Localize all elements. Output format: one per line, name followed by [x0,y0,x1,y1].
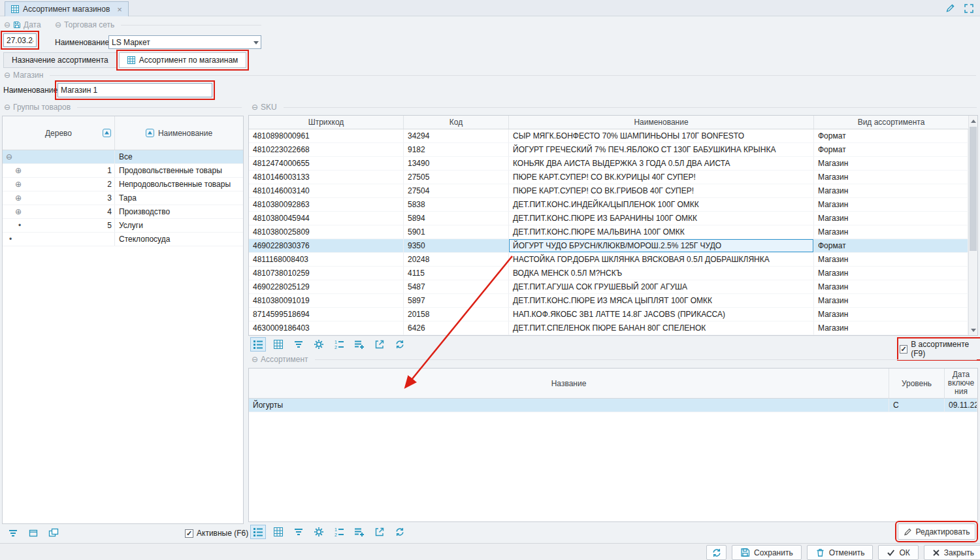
date-input[interactable] [3,33,37,47]
assortment-row[interactable]: ЙогуртыС09.11.22 [249,399,977,412]
collapse-icon[interactable] [4,71,10,80]
scroll-up-icon[interactable] [969,116,977,125]
details-view-icon[interactable] [250,525,266,539]
sku-row[interactable]: 481089800096134294СЫР МЯГК.БОНФЕСТО 70% … [249,129,968,143]
ordered-list-icon[interactable]: 12 [331,337,347,352]
cancel-button[interactable]: Отменить [807,545,874,560]
column-header[interactable]: Наименование [509,116,814,129]
tree-row[interactable]: Стеклопосуда [3,233,243,246]
column-header[interactable]: Уровень [889,369,945,398]
document-tab[interactable]: Ассортимент магазинов × [5,1,129,16]
tree-plus-icon[interactable] [14,194,22,202]
sku-cell: ПЮРЕ КАРТ.СУПЕР! СО ВК.ГРИБОВ 40Г СУПЕР! [509,184,814,198]
layouts-icon[interactable] [46,526,61,540]
sku-row[interactable]: 46902280303769350ЙОГУРТ ЧУДО БРУСН/КЛЮКВ… [249,239,968,253]
column-header[interactable]: Штрихкод [249,116,404,129]
column-header-tree[interactable]: Дерево [3,116,115,150]
open-in-window-icon[interactable] [372,525,387,539]
tab-close-icon[interactable]: × [117,5,122,14]
sku-cell: 4812474000655 [249,157,404,171]
clear-layout-icon[interactable] [25,526,41,540]
sku-cell: 4115 [404,267,509,280]
scroll-down-icon[interactable] [969,325,977,335]
collapse-icon[interactable] [4,20,10,29]
sort-ascending-icon[interactable] [103,129,111,137]
save-button[interactable]: Сохранить [732,545,802,560]
tree-collapse-icon[interactable] [5,153,13,161]
sku-row[interactable]: 871459951869420158НАП.КОФ.ЯКОБС 3В1 ЛАТТ… [249,308,968,321]
assortment-table-body: ЙогуртыС09.11.22 [249,399,977,521]
tree-row[interactable]: 1Продовольственные товары [3,164,243,178]
edit-icon[interactable] [945,3,955,13]
collapse-icon[interactable] [4,103,10,112]
refresh-data-icon[interactable] [392,337,408,352]
group-number: 2 [107,178,114,191]
ordered-list-icon[interactable]: 12 [331,525,347,539]
settings-icon[interactable] [311,337,327,352]
tree-root-dot-icon [7,235,14,243]
sku-row[interactable]: 481247400065513490КОНЬЯК ДВА АИСТА ВЫДЕР… [249,157,968,171]
tree-row[interactable]: 4Производство [3,205,243,219]
edit-button-label: Редактировать [916,527,970,536]
sku-row[interactable]: 48103800910195897ДЕТ.ПИТ.КОНС.ПЮРЕ ИЗ МЯ… [249,294,968,308]
tab-assortment-by-stores[interactable]: Ассортимент по магазинам [119,52,247,68]
chevron-down-icon[interactable] [251,36,261,48]
column-header[interactable]: Код [404,116,509,129]
refresh-button[interactable] [706,545,727,560]
add-to-list-icon[interactable] [351,337,367,352]
filter-icon[interactable] [291,525,306,539]
tree-row[interactable]: 3Тара [3,191,243,205]
tree-plus-icon[interactable] [14,180,22,188]
sku-row[interactable]: 48103800928635838ДЕТ.ПИТ.КОНС.ИНДЕЙКА/ЦЫ… [249,198,968,212]
store-name-input[interactable] [57,83,212,97]
network-name-combo[interactable] [108,35,261,49]
tab-assortment-assignment[interactable]: Назначение ассортимента [3,52,117,68]
tree-plus-icon[interactable] [14,167,22,174]
tree-plus-icon[interactable] [14,208,22,216]
column-header-name[interactable]: Наименование [115,116,243,150]
sku-row[interactable]: 481014600313327505ПЮРЕ КАРТ.СУПЕР! СО ВК… [249,171,968,184]
details-view-icon[interactable] [250,337,266,352]
sku-cell: 27505 [404,171,509,184]
collapse-icon[interactable] [252,103,258,112]
active-checkbox[interactable]: Активные (F6) [185,529,248,538]
sku-row[interactable]: 48102230226689182ЙОГУРТ ГРЕЧЕСКИЙ 7% ПЕЧ… [249,143,968,157]
sku-row[interactable]: 48103800459445894ДЕТ.ПИТ.КОНС.ПЮРЕ ИЗ БА… [249,212,968,225]
filter-icon[interactable] [5,526,21,540]
open-in-window-icon[interactable] [372,337,387,352]
sort-ascending-icon[interactable] [146,129,154,137]
sku-row[interactable]: 481116800840320248НАСТОЙКА ГОР.ДОБРА ШКЛ… [249,253,968,267]
refresh-data-icon[interactable] [392,525,408,539]
edit-button[interactable]: Редактировать [898,523,975,540]
add-to-list-icon[interactable] [351,525,367,539]
collapse-icon[interactable] [55,20,61,29]
close-button[interactable]: Закрыть [924,545,980,560]
sku-row[interactable]: 46300091864036426ДЕТ.ПИТ.СПЕЛЕНОК ПЮРЕ Б… [249,321,968,335]
ok-button[interactable]: ОК [878,545,918,560]
settings-icon[interactable] [311,525,327,539]
assortment-table-header: НазваниеУровеньДата включения [249,369,977,399]
groups-table: Дерево Наименование Все1Продовольственны… [2,116,244,524]
column-header[interactable]: Дата включения [945,369,977,398]
collapse-icon[interactable] [252,355,258,364]
sku-cell: 4690228025129 [249,280,404,294]
sku-row[interactable]: 46902280251295487ДЕТ.ПИТ.АГУША СОК ГРУШЕ… [249,280,968,294]
column-header[interactable]: Вид ассортимента [814,116,968,129]
sku-row[interactable]: 48103800258095901ДЕТ.ПИТ.КОНС.ПЮРЕ МАЛЬВ… [249,225,968,239]
grid-view-icon[interactable] [270,337,286,352]
tree-row[interactable]: 5Услуги [3,219,243,233]
tree-row[interactable]: 2Непродовольственные товары [3,178,243,191]
tree-row[interactable]: Все [3,150,243,164]
filter-icon[interactable] [291,337,306,352]
sku-scrollbar[interactable] [968,116,977,335]
network-name-input[interactable] [109,36,251,48]
maximize-icon[interactable] [964,3,973,13]
sku-cell: ДЕТ.ПИТ.КОНС.ПЮРЕ ИЗ МЯСА ЦЫПЛЯТ 100Г ОМ… [509,294,814,308]
sku-cell: ДЕТ.ПИТ.КОНС.ИНДЕЙКА/ЦЫПЛЕНОК 100Г ОМКК [509,198,814,212]
scrollbar-thumb[interactable] [970,127,977,251]
groups-title: Группы товаров [13,103,71,112]
grid-view-icon[interactable] [270,525,286,539]
column-header[interactable]: Название [249,369,889,398]
sku-row[interactable]: 481014600314027504ПЮРЕ КАРТ.СУПЕР! СО ВК… [249,184,968,198]
sku-row[interactable]: 48107380102594115ВОДКА МЕНСК 0.5Л М?НСКЪ… [249,267,968,280]
